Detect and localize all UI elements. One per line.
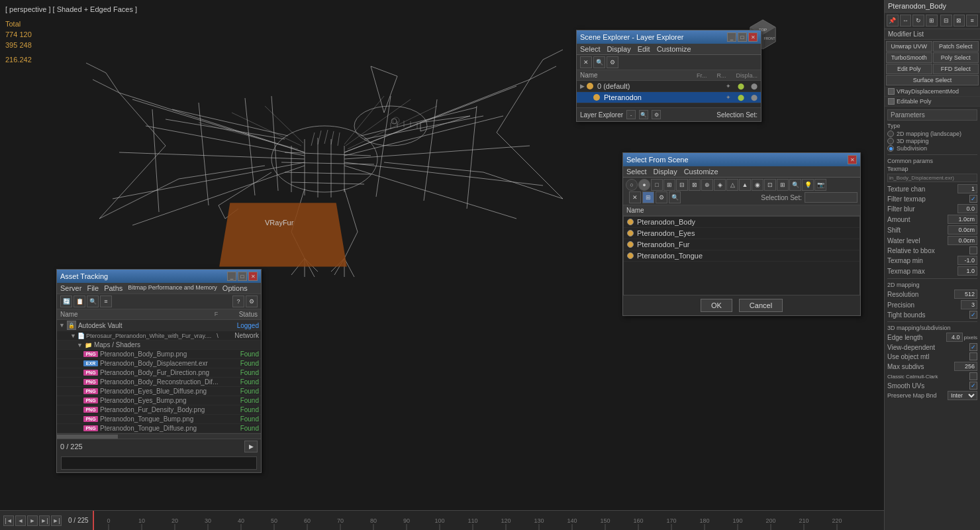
ss-selection-input[interactable]	[805, 192, 858, 203]
asset-table-body[interactable]: ▼ 🔒 Autodesk Vault Logged ▼ 📄 Pterosaur_…	[57, 320, 261, 433]
ss-tool-1[interactable]: ○	[626, 179, 638, 191]
asset-item-1[interactable]: PNG Pteranodon_Body_Bump.png Found	[57, 350, 261, 359]
ss-tool-11[interactable]: ◉	[752, 179, 763, 191]
use-obj-mtl-chk[interactable]	[969, 352, 977, 360]
asset-scrollbar[interactable]	[57, 433, 261, 439]
btn-edit-poly[interactable]: Edit Poly	[886, 64, 932, 74]
am-options[interactable]: Options	[222, 284, 248, 292]
smooth-uvs-row[interactable]: Smooth UVs ✓	[887, 382, 977, 390]
asset-item-7[interactable]: PNG Pteranodon_Fur_Density_Body.png Foun…	[57, 405, 261, 415]
move-icon[interactable]: ↔	[900, 15, 912, 26]
scale-icon[interactable]: ⊞	[926, 15, 938, 26]
scene-explorer-menubar[interactable]: Select Display Edit Customize	[577, 44, 761, 55]
radio-2d-mapping[interactable]: 2D mapping (landscape)	[887, 131, 977, 137]
classic-catmull-row[interactable]: Classic Catmull-Clark	[887, 372, 977, 380]
asset-group-vault[interactable]: ▼ 🔒 Autodesk Vault Logged	[57, 320, 261, 331]
scene-row-eyes[interactable]: Pteranodon_Eyes	[624, 228, 859, 239]
at-tool-2[interactable]: 📋	[74, 295, 85, 307]
view-dependent-row[interactable]: View-dependent ✓	[887, 343, 977, 351]
texture-chan-input[interactable]	[957, 184, 977, 193]
at-tool-5[interactable]: ?	[232, 295, 244, 307]
modifier-buttons[interactable]: Unwrap UVW Patch Select TurboSmooth Poly…	[885, 40, 980, 87]
smooth-uvs-chk[interactable]: ✓	[969, 382, 977, 390]
precision-input[interactable]	[961, 300, 977, 309]
ss-tool-12[interactable]: ⊡	[764, 179, 776, 191]
ss-tool-2[interactable]: ●	[638, 179, 650, 191]
go-end-btn[interactable]: ►|	[51, 515, 62, 526]
ss-tool-3[interactable]: □	[651, 179, 663, 191]
ss-tool-13[interactable]: ⊞	[777, 179, 789, 191]
scene-ok-cancel[interactable]: OK Cancel	[623, 295, 860, 315]
type-radio-group[interactable]: 2D mapping (landscape) 3D mapping Subdiv…	[887, 131, 977, 152]
asset-max[interactable]: □	[238, 272, 247, 281]
play-btn[interactable]: ►	[27, 515, 38, 526]
layer-row-default[interactable]: ▶ 0 (default) ✦ ⬤ ⬤	[577, 81, 761, 92]
amount-input[interactable]	[948, 215, 977, 224]
vray-checkbox[interactable]	[888, 88, 895, 95]
scene-list[interactable]: Pteranodon_Body Pteranodon_Eyes Pteranod…	[623, 216, 860, 295]
ss-filter-2[interactable]: ⊞	[642, 191, 654, 203]
texmap-max-input[interactable]	[957, 266, 977, 276]
select-scene-window[interactable]: Select From Scene ✕ Select Display Custo…	[622, 152, 861, 316]
ss-filter-1[interactable]: ✕	[629, 191, 641, 203]
filter-texmap-chk[interactable]: ✓	[969, 195, 977, 203]
ss-filter-4[interactable]: 🔍	[669, 191, 681, 203]
rel-bbox-row[interactable]: Relative to bbox	[887, 246, 977, 254]
radio-3d-mapping[interactable]: 3D mapping	[887, 138, 977, 144]
prev-frame-btn[interactable]: ◄	[15, 515, 26, 526]
view-dependent-chk[interactable]: ✓	[969, 343, 977, 351]
asset-item-2[interactable]: EXR Pteranodon_Body_Displacement.exr Fou…	[57, 359, 261, 368]
layer-list[interactable]: ▶ 0 (default) ✦ ⬤ ⬤ ▶ Pteranodon ✦ ⬤ ⬤	[577, 81, 761, 107]
align-icon[interactable]: ⊟	[940, 15, 952, 26]
footer-btn-3[interactable]: ⚙	[652, 110, 661, 119]
asset-tracking-titlebar[interactable]: Asset Tracking _ □ ✕	[57, 270, 261, 283]
asset-menubar[interactable]: Server File Paths Bitmap Performance and…	[57, 283, 261, 294]
asset-maps-group[interactable]: ▼ 📁 Maps / Shaders	[57, 341, 261, 350]
ss-menu-display[interactable]: Display	[654, 168, 677, 176]
menu-select[interactable]: Select	[580, 45, 601, 53]
at-tool-4[interactable]: ≡	[100, 295, 112, 307]
next-frame-btn[interactable]: ►|	[39, 515, 50, 526]
ss-menu-select[interactable]: Select	[626, 168, 647, 176]
modifier-editable-poly[interactable]: Editable Poly	[885, 97, 980, 107]
pin-icon[interactable]: 📌	[887, 15, 899, 26]
scene-row-fur[interactable]: Pteranodon_Fur	[624, 239, 859, 250]
asset-toolbar[interactable]: 🔄 📋 🔍 ≡ ? ⚙	[57, 294, 261, 309]
classic-catmull-chk[interactable]	[969, 372, 977, 380]
ok-button[interactable]: OK	[701, 299, 732, 312]
ss-tool-10[interactable]: ▲	[739, 179, 751, 191]
select-scene-titlebar[interactable]: Select From Scene ✕	[623, 153, 860, 166]
menu-display[interactable]: Display	[607, 45, 631, 53]
max-subdivs-input[interactable]	[954, 362, 977, 371]
at-tool-1[interactable]: 🔄	[60, 295, 72, 307]
radio-subdiv-dot[interactable]	[887, 145, 894, 152]
asset-tracking-window[interactable]: Asset Tracking _ □ ✕ Server File Paths B…	[56, 269, 262, 473]
ss-tool-5[interactable]: ⊟	[676, 179, 688, 191]
tight-bounds-chk[interactable]: ✓	[969, 311, 977, 319]
ss-filter-3[interactable]: ⚙	[656, 191, 667, 203]
modifier-vray[interactable]: VRayDisplacementMod	[885, 87, 980, 97]
filter-blur-input[interactable]	[957, 204, 977, 213]
rel-bbox-chk[interactable]	[969, 246, 977, 254]
radio-3d-dot[interactable]	[887, 138, 894, 144]
radio-subdivision[interactable]: Subdivision	[887, 145, 977, 152]
go-start-btn[interactable]: |◄	[3, 515, 14, 526]
layer-row-pteranodon[interactable]: ▶ Pteranodon ✦ ⬤ ⬤	[577, 92, 761, 103]
scene-explorer-toolbar[interactable]: ✕ 🔍 ⚙	[577, 55, 761, 70]
scene-row-tongue[interactable]: Pteranodon_Tongue	[624, 250, 859, 262]
asset-min[interactable]: _	[227, 272, 236, 281]
asset-item-5[interactable]: PNG Pteranodon_Eyes_Blue_Diffuse.png Fou…	[57, 387, 261, 396]
btn-unwrap-uvw[interactable]: Unwrap UVW	[886, 41, 932, 52]
editable-poly-checkbox[interactable]	[888, 98, 895, 105]
btn-patch-select[interactable]: Patch Select	[933, 41, 979, 52]
am-server[interactable]: Server	[60, 284, 81, 292]
at-tool-6[interactable]: ⚙	[246, 295, 258, 307]
menu-edit[interactable]: Edit	[638, 45, 650, 53]
am-bitmap[interactable]: Bitmap Performance and Memory	[128, 284, 217, 292]
btn-ffd-select[interactable]: FFD Select	[933, 64, 979, 74]
mirror-icon[interactable]: ⊠	[954, 15, 965, 26]
ss-tool-7[interactable]: ⊕	[701, 179, 713, 191]
timeline-playback[interactable]: |◄ ◄ ► ►| ►|	[0, 515, 65, 526]
asset-item-4[interactable]: PNG Pteranodon_Body_Reconstruction_Dif..…	[57, 378, 261, 387]
maximize-btn[interactable]: □	[738, 32, 747, 42]
